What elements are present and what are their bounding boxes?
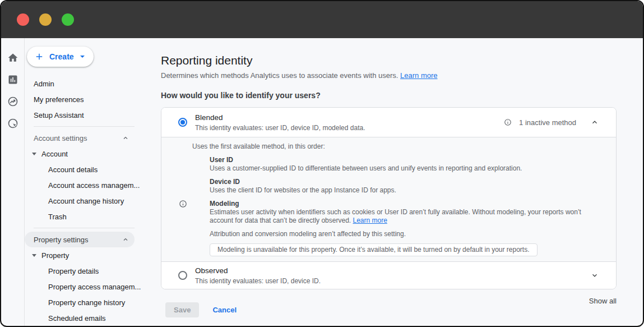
chevron-up-icon xyxy=(122,135,129,141)
tree-child-label: Account details xyxy=(48,165,98,174)
sidebar-item-trash[interactable]: Trash xyxy=(25,209,161,224)
tree-child-label: Property details xyxy=(48,267,99,275)
minimize-window-button[interactable] xyxy=(39,13,52,26)
blended-radio[interactable] xyxy=(178,118,187,127)
sidebar-item-account[interactable]: Account xyxy=(25,146,161,162)
window-titlebar xyxy=(1,1,643,38)
section-header-account-settings[interactable]: Account settings xyxy=(25,130,135,146)
inactive-method-text: 1 inactive method xyxy=(519,118,576,127)
method-name: Modeling xyxy=(210,200,590,208)
sidebar-item-property[interactable]: Property xyxy=(25,247,161,263)
modeling-note: Attribution and conversion modeling aren… xyxy=(192,230,590,238)
observed-text: Observed This identity evaluates: user I… xyxy=(195,266,321,285)
main-content: Reporting identity Determines which meth… xyxy=(161,38,643,326)
sidebar-item-setup-assistant[interactable]: Setup Assistant xyxy=(25,107,161,123)
sidebar-item-label: Admin xyxy=(34,80,54,88)
info-icon[interactable] xyxy=(179,200,187,208)
modeling-notice-wrap: Modeling is unavailable for this propert… xyxy=(192,243,590,256)
admin-sidebar: Create Admin My preferences Setup Assist… xyxy=(25,38,161,326)
tree-child-label: Property access managem... xyxy=(48,283,141,291)
app-body: Create Admin My preferences Setup Assist… xyxy=(1,38,643,326)
identity-question: How would you like to identify your user… xyxy=(161,91,617,100)
info-icon[interactable] xyxy=(504,118,512,126)
sidebar-item-admin[interactable]: Admin xyxy=(25,76,161,91)
inactive-method-badge: 1 inactive method xyxy=(504,118,576,127)
home-icon[interactable] xyxy=(7,52,18,63)
sidebar-item-label: Setup Assistant xyxy=(34,111,84,119)
page-title: Reporting identity xyxy=(161,53,617,67)
sidebar-item-label: My preferences xyxy=(34,95,84,104)
sidebar-item-scheduled-emails[interactable]: Scheduled emails xyxy=(25,310,161,326)
tree-child-label: Account change history xyxy=(48,197,124,205)
zoom-window-button[interactable] xyxy=(62,13,74,26)
plus-icon xyxy=(34,52,44,62)
create-button[interactable]: Create xyxy=(27,47,94,67)
sidebar-nav: Admin My preferences Setup Assistant Acc… xyxy=(25,76,161,326)
modeling-unavailable-notice: Modeling is unavailable for this propert… xyxy=(210,243,538,256)
collapse-chevron-up-icon[interactable] xyxy=(591,118,599,126)
method-description: Uses a customer-supplied ID to different… xyxy=(210,164,590,173)
save-button[interactable]: Save xyxy=(165,302,199,317)
sidebar-item-property-details[interactable]: Property details xyxy=(25,263,161,279)
footer-actions: Show all Save Cancel xyxy=(161,289,617,323)
tree-expand-caret-icon[interactable] xyxy=(32,254,36,257)
app-window: Create Admin My preferences Setup Assist… xyxy=(0,0,644,327)
sidebar-divider xyxy=(34,228,135,228)
save-cancel-row: Save Cancel xyxy=(165,302,237,317)
modeling-description-text: Estimates user activity when identifiers… xyxy=(210,208,581,224)
details-intro: Uses the first available method, in this… xyxy=(192,142,590,151)
tree-child-label: Scheduled emails xyxy=(48,314,106,323)
left-icon-rail xyxy=(1,38,25,326)
sidebar-item-property-access-management[interactable]: Property access managem... xyxy=(25,279,161,294)
tree-child-label: Property change history xyxy=(48,298,125,307)
method-device-id: Device ID Uses the client ID for website… xyxy=(192,178,590,195)
blended-details-panel: Uses the first available method, in this… xyxy=(161,137,616,262)
page-subtitle-text: Determines which methods Analytics uses … xyxy=(161,71,398,80)
learn-more-link[interactable]: Learn more xyxy=(400,71,437,80)
section-header-label: Account settings xyxy=(34,134,87,142)
reporting-identity-card: Blended This identity evaluates: user ID… xyxy=(161,107,617,289)
sidebar-item-my-preferences[interactable]: My preferences xyxy=(25,91,161,107)
option-blended[interactable]: Blended This identity evaluates: user ID… xyxy=(161,108,616,137)
blended-title: Blended xyxy=(195,113,365,122)
create-button-label: Create xyxy=(49,52,74,61)
observed-radio[interactable] xyxy=(178,271,187,280)
close-window-button[interactable] xyxy=(17,13,29,26)
tree-child-label: Account access managem... xyxy=(48,181,140,190)
method-modeling: Modeling Estimates user activity when id… xyxy=(192,200,590,225)
tree-expand-caret-icon[interactable] xyxy=(32,153,36,155)
blended-description: This identity evaluates: user ID, device… xyxy=(195,124,365,132)
page-subtitle: Determines which methods Analytics uses … xyxy=(161,71,617,80)
method-name: User ID xyxy=(210,156,590,164)
sidebar-divider xyxy=(34,126,135,127)
method-description: Estimates user activity when identifiers… xyxy=(210,208,590,225)
sidebar-item-account-access-management[interactable]: Account access managem... xyxy=(25,177,161,193)
blended-text: Blended This identity evaluates: user ID… xyxy=(195,113,365,132)
method-description: Uses the client ID for websites or the a… xyxy=(210,186,590,195)
sidebar-item-property-change-history[interactable]: Property change history xyxy=(25,294,161,310)
learn-more-link[interactable]: Learn more xyxy=(353,217,387,224)
section-header-property-settings[interactable]: Property settings xyxy=(25,232,135,247)
sidebar-item-account-change-history[interactable]: Account change history xyxy=(25,193,161,209)
tree-parent-label: Account xyxy=(41,150,68,158)
advertising-icon[interactable] xyxy=(7,118,18,129)
explore-icon[interactable] xyxy=(7,96,18,107)
cancel-button[interactable]: Cancel xyxy=(212,306,237,314)
method-user-id: User ID Uses a customer-supplied ID to d… xyxy=(192,156,590,173)
chevron-up-icon xyxy=(122,236,129,243)
option-observed[interactable]: Observed This identity evaluates: user I… xyxy=(161,262,616,289)
expand-chevron-down-icon[interactable] xyxy=(591,271,599,279)
observed-title: Observed xyxy=(195,266,321,275)
show-all-link[interactable]: Show all xyxy=(589,297,617,305)
reports-icon[interactable] xyxy=(7,74,18,85)
method-name: Device ID xyxy=(210,178,590,186)
tree-child-label: Trash xyxy=(48,213,67,221)
section-header-label: Property settings xyxy=(34,236,89,244)
sidebar-item-account-details[interactable]: Account details xyxy=(25,162,161,177)
tree-parent-label: Property xyxy=(41,251,69,260)
observed-description: This identity evaluates: user ID, device… xyxy=(195,277,321,285)
create-dropdown-caret-icon xyxy=(80,56,85,58)
